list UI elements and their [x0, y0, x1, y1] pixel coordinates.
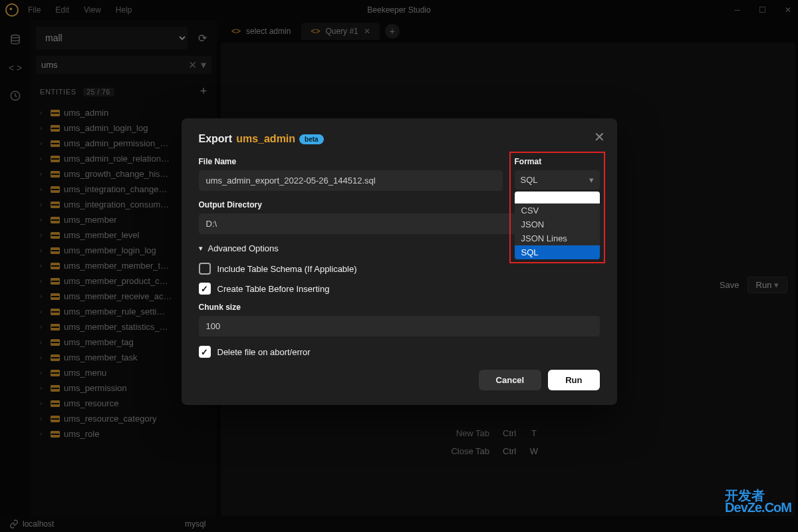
file-name-label: File Name [199, 157, 503, 166]
format-label: Format [515, 157, 600, 166]
format-select[interactable]: SQL▾ [515, 170, 600, 190]
format-option-json[interactable]: JSON [515, 217, 600, 231]
create-table-checkbox[interactable]: ✓ [199, 283, 211, 295]
modal-close-icon[interactable]: ✕ [594, 129, 605, 145]
chevron-down-icon: ▾ [199, 244, 203, 253]
include-schema-checkbox[interactable] [199, 263, 211, 275]
delete-on-abort-label: Delete file on abort/error [217, 347, 311, 357]
format-option-csv[interactable]: CSV [515, 203, 600, 217]
export-modal: ✕ Export ums_admin beta File Name Format… [182, 118, 617, 405]
run-export-button[interactable]: Run [548, 370, 599, 390]
format-dropdown: CSV JSON JSON Lines SQL [515, 192, 600, 259]
watermark: 开发者 DevZe.CoM [725, 489, 791, 513]
include-schema-label: Include Table Schema (If Applicable) [217, 264, 357, 274]
modal-backdrop: ✕ Export ums_admin beta File Name Format… [0, 0, 798, 532]
create-table-label: Create Table Before Inserting [217, 284, 330, 294]
chunk-size-label: Chunk size [199, 303, 600, 312]
file-name-input[interactable] [199, 170, 503, 191]
cancel-button[interactable]: Cancel [479, 370, 542, 390]
chunk-size-input[interactable] [199, 316, 600, 336]
delete-on-abort-checkbox[interactable]: ✓ [199, 346, 211, 358]
modal-title: Export ums_admin beta [199, 133, 600, 145]
format-option-sql[interactable]: SQL [515, 245, 600, 259]
format-option-jsonl[interactable]: JSON Lines [515, 231, 600, 245]
format-option-blank[interactable] [515, 192, 600, 203]
